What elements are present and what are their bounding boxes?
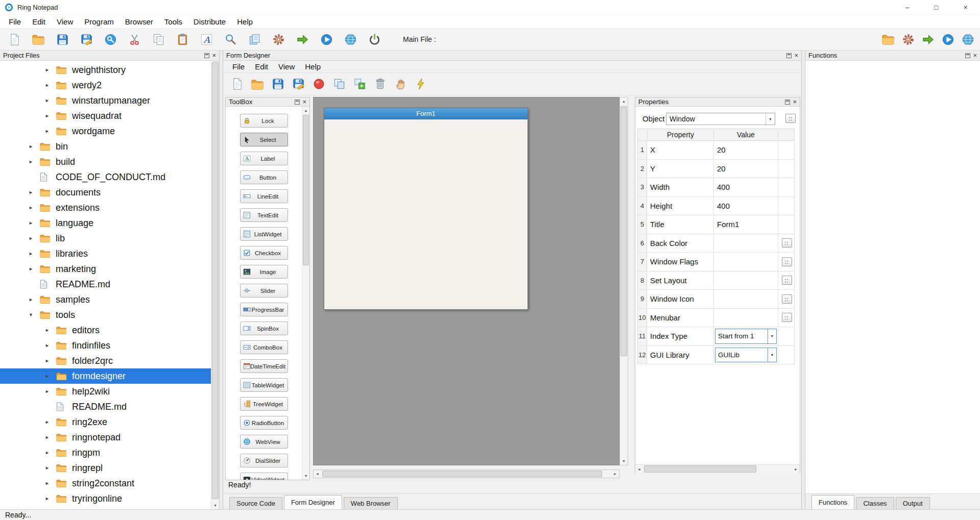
expand-arrow-icon[interactable]: ► xyxy=(29,266,40,271)
menu-browser[interactable]: Browser xyxy=(119,15,159,28)
expand-arrow-icon[interactable]: ► xyxy=(45,343,56,348)
tree-item-editors[interactable]: ► editors xyxy=(0,323,211,338)
tree-item-tools[interactable]: ▼ tools xyxy=(0,307,211,323)
copy-icon[interactable] xyxy=(150,31,166,47)
expand-arrow-icon[interactable]: ► xyxy=(45,419,56,425)
expand-arrow-icon[interactable]: ► xyxy=(45,113,56,118)
expand-arrow-icon[interactable]: ► xyxy=(45,67,56,72)
scrollbar-thumb[interactable] xyxy=(644,465,756,473)
expand-arrow-icon[interactable]: ► xyxy=(45,83,56,88)
expand-arrow-icon[interactable]: ► xyxy=(45,465,56,471)
value-dropdown[interactable]: GUILib ▼ xyxy=(715,348,777,363)
close-panel-icon[interactable]: × xyxy=(793,100,797,105)
save-form-icon[interactable] xyxy=(269,76,286,93)
tree-item-winstartupmanager[interactable]: ► winstartupmanager xyxy=(0,93,211,108)
expand-arrow-icon[interactable]: ► xyxy=(45,358,56,363)
expand-arrow-icon[interactable]: ► xyxy=(45,450,56,455)
tree-item-folder2qrc[interactable]: ► folder2qrc xyxy=(0,353,211,368)
tab-web-browser[interactable]: Web Browser xyxy=(344,497,398,509)
search-icon[interactable] xyxy=(222,31,238,47)
new-form-icon[interactable] xyxy=(228,76,246,93)
toolbox-button-slider[interactable]: Slider xyxy=(240,284,288,298)
main-run-icon[interactable] xyxy=(920,31,936,47)
save-form-as-icon[interactable] xyxy=(290,76,307,93)
toolbox-button-webview[interactable]: WebView xyxy=(240,435,288,449)
expand-arrow-icon[interactable]: ► xyxy=(29,251,40,256)
toolbox-button-lock[interactable]: Lock xyxy=(240,114,288,128)
toolbox-button-spinbox[interactable]: SpinBox xyxy=(240,321,288,335)
main-run-web-icon[interactable] xyxy=(960,31,976,47)
scroll-up-icon[interactable]: ▲ xyxy=(620,97,628,105)
tab-source-code[interactable]: Source Code xyxy=(229,497,282,509)
property-value[interactable]: 20 20 ▼ xyxy=(714,141,778,159)
float-panel-icon[interactable] xyxy=(295,100,300,105)
bind-events-icon[interactable] xyxy=(412,76,429,93)
expand-arrow-icon[interactable]: ► xyxy=(29,297,40,302)
tree-item-extensions[interactable]: ► extensions xyxy=(0,200,211,215)
run-icon[interactable] xyxy=(294,31,310,47)
expand-arrow-icon[interactable]: ► xyxy=(45,389,56,394)
expand-arrow-icon[interactable]: ► xyxy=(29,144,40,149)
detail-button[interactable]: :: xyxy=(782,276,792,285)
expand-arrow-icon[interactable]: ► xyxy=(45,481,56,486)
close-panel-icon[interactable]: × xyxy=(302,100,306,105)
expand-arrow-icon[interactable]: ► xyxy=(45,435,56,440)
menu-distribute[interactable]: Distribute xyxy=(188,15,231,28)
toolbox-button-textedit[interactable]: TextEdit xyxy=(240,208,288,222)
project-files-scrollbar[interactable]: ▼ xyxy=(211,61,219,509)
tree-item-string2constant[interactable]: ► string2constant xyxy=(0,476,211,491)
property-value[interactable]: ▼ xyxy=(714,271,778,290)
scroll-down-icon[interactable]: ▼ xyxy=(211,502,219,509)
font-icon[interactable]: A xyxy=(198,31,214,47)
tree-item-readme-md[interactable]: README.md xyxy=(0,277,211,292)
tab-functions[interactable]: Functions xyxy=(811,495,854,509)
tree-item-documents[interactable]: ► documents xyxy=(0,185,211,200)
save-file-icon[interactable] xyxy=(54,31,70,47)
tree-item-lib[interactable]: ► lib xyxy=(0,231,211,246)
main-run-gui-icon[interactable] xyxy=(940,31,956,47)
tree-item-findinfiles[interactable]: ► findinfiles xyxy=(0,338,211,353)
tab-classes[interactable]: Classes xyxy=(856,497,894,509)
open-file-icon[interactable] xyxy=(30,31,46,47)
tree-item-bin[interactable]: ► bin xyxy=(0,139,211,154)
toolbox-button-tablewidget[interactable]: TableWidget xyxy=(240,378,288,392)
expand-arrow-icon[interactable]: ► xyxy=(29,190,40,195)
menu-tools[interactable]: Tools xyxy=(159,15,188,28)
properties-scrollbar[interactable]: ◄ ► xyxy=(635,464,800,473)
designed-form-titlebar[interactable]: Form1 xyxy=(324,108,528,119)
design-canvas[interactable]: Form1 xyxy=(313,97,619,465)
expand-arrow-icon[interactable]: ► xyxy=(45,328,56,333)
property-value[interactable]: ▼ xyxy=(714,290,778,308)
property-value[interactable]: ▼ xyxy=(714,309,778,327)
toolbox-button-image[interactable]: Image xyxy=(240,265,288,279)
property-value[interactable]: ▼ xyxy=(714,234,778,253)
toolbox-button-datetimeedit[interactable]: DateTimeEdit xyxy=(240,359,288,373)
minimize-button[interactable]: – xyxy=(893,0,922,14)
toolbox-button-dialslider[interactable]: DialSlider xyxy=(240,454,288,467)
tree-item-libraries[interactable]: ► libraries xyxy=(0,246,211,261)
tree-item-werdy2[interactable]: ► werdy2 xyxy=(0,78,211,93)
tab-output[interactable]: Output xyxy=(896,497,930,509)
property-value[interactable]: ▼ xyxy=(714,253,778,271)
canvas-horizontal-scrollbar[interactable]: ◄ ► xyxy=(313,469,619,478)
tree-item-build[interactable]: ► build xyxy=(0,154,211,169)
detail-button[interactable]: :: xyxy=(782,294,792,304)
menu-help[interactable]: Help xyxy=(231,15,258,28)
close-form-icon[interactable] xyxy=(310,76,327,93)
canvas-vertical-scrollbar[interactable]: ▲ ▼ xyxy=(619,97,628,465)
property-value[interactable]: 400 400 ▼ xyxy=(714,178,778,196)
new-file-icon[interactable] xyxy=(6,31,22,47)
toolbox-button-listwidget[interactable]: ListWidget xyxy=(240,227,288,241)
save-as-icon[interactable] xyxy=(78,31,94,47)
scroll-right-icon[interactable]: ► xyxy=(611,470,619,478)
settings-gear-icon[interactable] xyxy=(270,31,286,47)
open-form-icon[interactable] xyxy=(249,76,266,93)
scroll-left-icon[interactable]: ◄ xyxy=(635,465,643,473)
detail-button[interactable]: :: xyxy=(782,313,792,322)
tree-item-ring2exe[interactable]: ► ring2exe xyxy=(0,414,211,430)
scroll-down-icon[interactable]: ▼ xyxy=(302,472,309,480)
toolbox-button-label[interactable]: A Label xyxy=(240,152,288,165)
expand-arrow-icon[interactable]: ► xyxy=(29,236,40,241)
expand-arrow-icon[interactable]: ► xyxy=(45,496,56,501)
tree-item-code-of-conduct-md[interactable]: CODE_OF_CONDUCT.md xyxy=(0,169,211,185)
